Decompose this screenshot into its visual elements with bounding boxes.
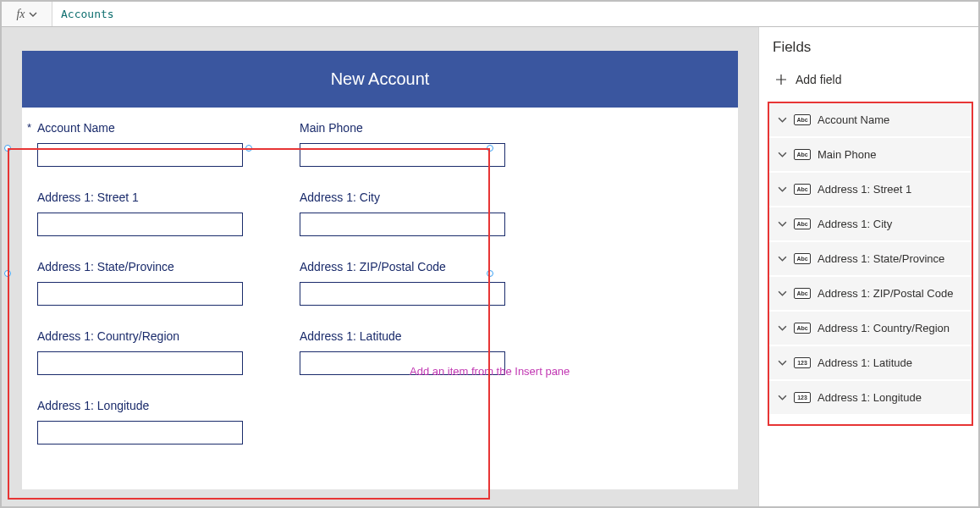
formula-input[interactable]: Accounts (52, 2, 978, 26)
chevron-down-icon (778, 185, 787, 194)
field-item-zip-postal[interactable]: Abc Address 1: ZIP/Postal Code (769, 277, 972, 310)
chevron-down-icon (29, 10, 37, 19)
fields-list: Abc Account Name Abc Main Phone Abc Addr… (768, 102, 973, 426)
field-item-state-province[interactable]: Abc Address 1: State/Province (769, 242, 972, 275)
workspace: New Account * Account Name Main Phone Ad… (2, 27, 978, 506)
field-label: Main Phone (300, 121, 537, 135)
field-item-label: Address 1: Country/Region (818, 322, 950, 334)
plus-icon (775, 74, 787, 86)
chevron-down-icon (778, 289, 787, 298)
formula-bar: fx Accounts (2, 2, 978, 27)
add-field-label: Add field (796, 73, 841, 86)
type-badge-text-icon: Abc (794, 253, 811, 264)
field-item-label: Main Phone (818, 148, 876, 161)
field-item-street-1[interactable]: Abc Address 1: Street 1 (769, 173, 972, 206)
field-item-label: Address 1: Longitude (818, 391, 922, 404)
field-item-label: Address 1: Street 1 (818, 183, 911, 196)
field-longitude[interactable]: Address 1: Longitude (37, 399, 274, 444)
type-badge-number-icon: 123 (794, 357, 811, 368)
type-badge-text-icon: Abc (794, 323, 811, 334)
resize-handle[interactable] (245, 145, 252, 152)
chevron-down-icon (778, 219, 787, 229)
form-header: New Account (22, 51, 738, 108)
chevron-down-icon (778, 358, 787, 367)
text-input[interactable] (37, 421, 243, 444)
field-item-label: Account Name (818, 113, 889, 126)
field-item-longitude[interactable]: 123 Address 1: Longitude (769, 381, 972, 414)
chevron-down-icon (778, 323, 787, 333)
field-item-city[interactable]: Abc Address 1: City (769, 207, 972, 240)
required-star: * (27, 121, 31, 134)
selection-handles[interactable] (8, 148, 490, 399)
field-label: Account Name (37, 121, 274, 135)
type-badge-text-icon: Abc (794, 218, 811, 229)
field-item-country-region[interactable]: Abc Address 1: Country/Region (769, 312, 972, 345)
field-item-label: Address 1: City (818, 218, 892, 230)
field-item-label: Address 1: ZIP/Postal Code (818, 287, 953, 300)
chevron-down-icon (778, 254, 787, 263)
chevron-down-icon (778, 115, 787, 124)
canvas-area[interactable]: New Account * Account Name Main Phone Ad… (2, 27, 758, 506)
type-badge-text-icon: Abc (794, 184, 811, 195)
fx-button[interactable]: fx (2, 2, 52, 26)
panel-title: Fields (759, 27, 978, 66)
field-item-latitude[interactable]: 123 Address 1: Latitude (769, 346, 972, 379)
fields-panel: Fields Add field Abc Account Name Abc Ma… (758, 27, 978, 506)
type-badge-text-icon: Abc (794, 114, 811, 125)
type-badge-number-icon: 123 (794, 392, 811, 403)
resize-handle[interactable] (487, 145, 493, 152)
field-item-account-name[interactable]: Abc Account Name (769, 103, 972, 136)
add-field-button[interactable]: Add field (759, 66, 978, 102)
field-item-label: Address 1: State/Province (818, 252, 944, 265)
chevron-down-icon (778, 393, 787, 402)
resize-handle[interactable] (4, 145, 11, 152)
field-label: Address 1: Longitude (37, 399, 274, 412)
type-badge-text-icon: Abc (794, 288, 811, 299)
resize-handle[interactable] (4, 270, 11, 277)
field-item-label: Address 1: Latitude (818, 356, 912, 369)
resize-handle[interactable] (487, 270, 493, 277)
fx-label: fx (16, 8, 25, 21)
field-item-main-phone[interactable]: Abc Main Phone (769, 138, 972, 171)
type-badge-text-icon: Abc (794, 149, 811, 160)
chevron-down-icon (778, 150, 787, 159)
